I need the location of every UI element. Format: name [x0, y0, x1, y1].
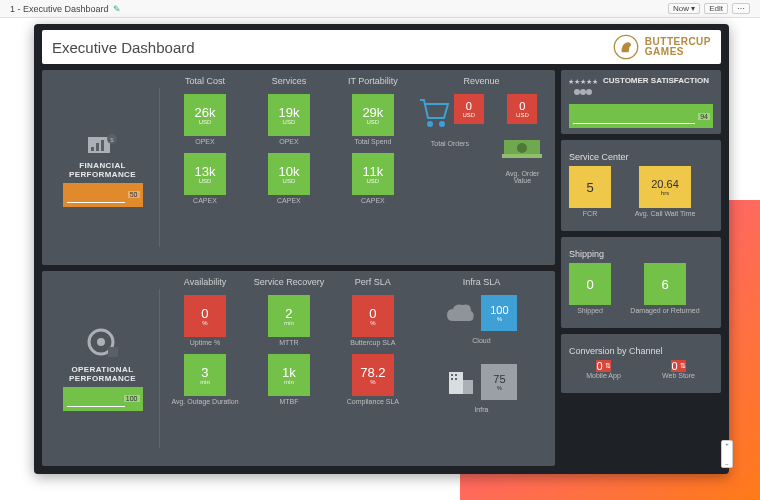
- csat-panel: ★★★★★ CUSTOMER SATISFACTION 94: [561, 70, 721, 134]
- service-center-panel: Service Center 5 FCR 20.64hrs Avg. Call …: [561, 140, 721, 231]
- cash-icon: [502, 134, 542, 160]
- window-topbar: 1 - Executive Dashboard ✎ Now ▾ Edit ⋯: [0, 0, 760, 18]
- tile-services-capex[interactable]: 10kUSD: [268, 153, 310, 195]
- svg-text:★★★★★: ★★★★★: [569, 78, 597, 85]
- svg-rect-16: [463, 380, 473, 394]
- col-head-services: Services: [272, 76, 307, 88]
- shipping-title: Shipping: [569, 249, 713, 259]
- tile-buttercup-sla[interactable]: 0%: [352, 295, 394, 337]
- tile-conv-web[interactable]: 0⇅: [671, 360, 685, 372]
- svg-rect-2: [91, 147, 94, 151]
- tile-infra-sla[interactable]: 75%: [481, 364, 517, 400]
- svg-point-24: [586, 89, 592, 95]
- financial-icon: $: [86, 129, 120, 157]
- conversion-title: Conversion by Channel: [569, 346, 713, 356]
- col-head-itport: IT Portability: [348, 76, 398, 88]
- window-title: 1 - Executive Dashboard: [10, 4, 109, 14]
- service-center-title: Service Center: [569, 152, 713, 162]
- tile-total-orders[interactable]: 0USD: [454, 94, 484, 124]
- svg-point-13: [97, 338, 105, 346]
- tile-wait-time[interactable]: 20.64hrs: [639, 166, 691, 208]
- svg-rect-17: [451, 374, 453, 376]
- tile-itport-spend[interactable]: 29kUSD: [352, 94, 394, 136]
- operational-panel: OPERATIONAL PERFORMANCE 100 Availability…: [42, 271, 555, 466]
- svg-rect-20: [455, 378, 457, 380]
- page-title: Executive Dashboard: [52, 39, 195, 56]
- tile-shipped[interactable]: 0: [569, 263, 611, 305]
- tile-uptime[interactable]: 0%: [184, 295, 226, 337]
- col-head-infra-sla: Infra SLA: [463, 277, 501, 289]
- tile-damaged[interactable]: 6: [644, 263, 686, 305]
- tile-avg-order[interactable]: 0USD: [507, 94, 537, 124]
- edit-title-icon[interactable]: ✎: [113, 4, 121, 14]
- tile-conv-mobile[interactable]: 0⇅: [596, 360, 610, 372]
- financial-sparkline: 50: [63, 183, 143, 207]
- tile-mtbf[interactable]: 1kmin: [268, 354, 310, 396]
- cart-icon: [416, 94, 450, 130]
- svg-rect-18: [455, 374, 457, 376]
- col-head-availability: Availability: [184, 277, 226, 289]
- svg-rect-14: [108, 347, 118, 357]
- svg-point-22: [574, 89, 580, 95]
- more-button[interactable]: ⋯: [732, 3, 750, 14]
- operational-category-title: OPERATIONAL PERFORMANCE: [50, 365, 155, 383]
- svg-rect-11: [502, 154, 542, 158]
- svg-rect-19: [451, 378, 453, 380]
- tile-cloud-sla[interactable]: 100%: [481, 295, 517, 331]
- financial-category-title: FINANCIAL PERFORMANCE: [50, 161, 155, 179]
- tile-totalcost-capex[interactable]: 13kUSD: [184, 153, 226, 195]
- col-head-recovery: Service Recovery: [254, 277, 325, 289]
- zoom-control[interactable]: +−: [721, 440, 733, 468]
- svg-rect-4: [101, 140, 104, 151]
- edit-button[interactable]: Edit: [704, 3, 728, 14]
- horse-icon: [613, 34, 639, 60]
- dashboard-stage: Executive Dashboard BUTTERCUPGAMES $ FIN…: [34, 24, 729, 474]
- col-head-total-cost: Total Cost: [185, 76, 225, 88]
- col-head-perf-sla: Perf SLA: [355, 277, 391, 289]
- financial-panel: $ FINANCIAL PERFORMANCE 50 Total Cost 26…: [42, 70, 555, 265]
- brand-logo: BUTTERCUPGAMES: [613, 34, 711, 60]
- cloud-icon: [445, 303, 475, 325]
- csat-sparkline: 94: [569, 104, 713, 128]
- tile-services-opex[interactable]: 19kUSD: [268, 94, 310, 136]
- operational-sparkline: 100: [63, 387, 143, 411]
- tile-fcr[interactable]: 5: [569, 166, 611, 208]
- building-icon: [445, 370, 475, 396]
- tile-itport-capex[interactable]: 11kUSD: [352, 153, 394, 195]
- csat-title: CUSTOMER SATISFACTION: [603, 76, 709, 85]
- svg-point-10: [517, 143, 527, 153]
- svg-point-8: [439, 121, 445, 127]
- conversion-panel: Conversion by Channel 0⇅ Mobile App 0⇅ W…: [561, 334, 721, 393]
- tile-mttr[interactable]: 2min: [268, 295, 310, 337]
- shipping-panel: Shipping 0 Shipped 6 Damaged or Returned: [561, 237, 721, 328]
- operational-icon: [86, 327, 120, 361]
- tile-compliance-sla[interactable]: 78.2%: [352, 354, 394, 396]
- svg-point-7: [427, 121, 433, 127]
- svg-rect-3: [96, 143, 99, 151]
- brand-line2: GAMES: [645, 47, 711, 57]
- tile-totalcost-opex[interactable]: 26kUSD: [184, 94, 226, 136]
- tile-outage[interactable]: 3min: [184, 354, 226, 396]
- dashboard-header: Executive Dashboard BUTTERCUPGAMES: [42, 30, 721, 64]
- svg-point-23: [580, 89, 586, 95]
- col-head-revenue: Revenue: [463, 76, 499, 88]
- timerange-button[interactable]: Now ▾: [668, 3, 700, 14]
- people-icon: ★★★★★: [569, 76, 597, 100]
